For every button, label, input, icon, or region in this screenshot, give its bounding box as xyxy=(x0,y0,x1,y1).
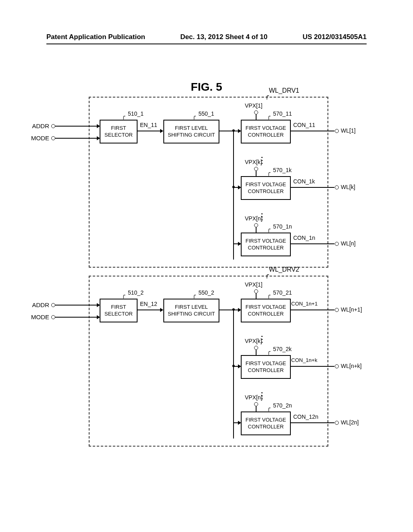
voltage-controller-1-3: FIRST VOLTAGE CONTROLLER xyxy=(241,233,291,256)
vc1-1-node-icon xyxy=(232,129,235,132)
mode-port2-icon xyxy=(51,315,55,319)
addr-line-2 xyxy=(55,305,98,305)
addr-port-icon xyxy=(51,124,55,128)
wl1-2: WL[k] xyxy=(341,184,355,190)
vpx1-1-port-icon xyxy=(254,110,258,114)
wl2-2-line xyxy=(290,366,334,367)
vpx2-3-port-icon xyxy=(254,402,258,406)
mode-line xyxy=(55,138,98,139)
wl1-1-line xyxy=(290,131,334,131)
vc2-1-node-icon xyxy=(232,308,235,311)
level1-ref: 550_1 xyxy=(198,110,214,117)
vc2-1-ref-curve-icon: ╭ xyxy=(267,292,270,298)
header-left: Patent Application Publication xyxy=(46,33,145,41)
vc1-3-ref-curve-icon: ╭ xyxy=(267,226,270,232)
header-right: US 2012/0314505A1 xyxy=(302,33,367,41)
vpx2-3-line xyxy=(256,406,257,411)
con2-2: CON_1n+k xyxy=(291,357,317,363)
wl-drv2-block: ╭ WL_DRV2 ADDR MODE ╭ 510_2 FIRST SELECT… xyxy=(89,276,328,447)
vpx2-1: VPX[1] xyxy=(245,281,263,288)
selector2-ref: 510_2 xyxy=(128,289,144,296)
first-selector-2: FIRST SELECTOR xyxy=(100,299,138,322)
wl2-3-port-icon xyxy=(335,421,339,425)
vc1-2-node-icon xyxy=(232,186,235,188)
en2-arrow-icon xyxy=(160,308,163,312)
vpx2-2-line xyxy=(256,350,257,355)
wl2-3: WL[2n] xyxy=(341,419,359,426)
wl1-1-port-icon xyxy=(335,129,339,133)
wl2-3-line xyxy=(290,422,334,423)
vc2-3-ref: 570_2n xyxy=(273,402,292,409)
vpx1-2: VPX[k] xyxy=(245,159,262,165)
en1-arrow-icon xyxy=(160,129,163,133)
wl1-3-line xyxy=(290,243,334,244)
con2-3: CON_12n xyxy=(293,414,318,420)
mode-label-2: MODE xyxy=(21,314,49,320)
vc1-1-ref-curve-icon: ╭ xyxy=(267,113,270,119)
voltage-controller-2-3: FIRST VOLTAGE CONTROLLER xyxy=(241,411,291,435)
patent-header: Patent Application Publication Dec. 13, … xyxy=(0,33,413,41)
con1-1: CON_11 xyxy=(293,122,315,128)
addr-port2-icon xyxy=(51,303,55,307)
vpx2-2-port-icon xyxy=(254,346,258,350)
en2-line xyxy=(137,310,161,310)
bus2-line-v xyxy=(233,310,234,438)
vpx1-1: VPX[1] xyxy=(245,102,263,109)
level2-ref: 550_2 xyxy=(198,289,214,296)
wl2-1: WL[n+1] xyxy=(341,306,362,313)
vpx2-1-line xyxy=(256,293,257,299)
vc2-2-ref-curve-icon: ╭ xyxy=(267,348,270,355)
addr-label-2: ADDR xyxy=(21,301,49,308)
selector1-ref-curve-icon: ╭ xyxy=(122,113,125,119)
level2-ref-curve-icon: ╭ xyxy=(192,292,196,298)
voltage-controller-1-1: FIRST VOLTAGE CONTROLLER xyxy=(241,120,291,143)
wl2-1-port-icon xyxy=(335,308,339,312)
wl1-2-port-icon xyxy=(335,185,339,189)
addr-label: ADDR xyxy=(21,123,49,129)
header-divider xyxy=(46,44,367,44)
vc1-2-ref: 570_1k xyxy=(273,167,292,173)
vc2-2-node-icon xyxy=(232,365,235,367)
vc2-2-ref: 570_2k xyxy=(273,346,292,352)
wl1-3-port-icon xyxy=(335,242,339,246)
drv1-label: WL_DRV1 xyxy=(269,87,299,94)
header-center: Dec. 13, 2012 Sheet 4 of 10 xyxy=(180,33,267,41)
drv2-curve-icon: ╭ xyxy=(265,271,269,278)
figure-title: FIG. 5 xyxy=(0,81,413,94)
addr-line xyxy=(55,126,98,127)
diagram-container: ╭ WL_DRV1 ADDR MODE ╭ 510_1 FIRST SELECT… xyxy=(52,97,359,455)
con1-3: CON_1n xyxy=(293,235,315,241)
level1-ref-curve-icon: ╭ xyxy=(192,113,196,119)
vpx1-1-line xyxy=(256,114,257,120)
vpx1-2-port-icon xyxy=(254,167,258,171)
wl2-2-port-icon xyxy=(335,364,339,368)
en1-line xyxy=(137,131,161,131)
first-selector-1: FIRST SELECTOR xyxy=(100,120,138,143)
bus1-line-h xyxy=(219,131,234,131)
vpx1-3-line xyxy=(256,227,257,233)
mode-label: MODE xyxy=(21,135,49,141)
vc1-3-ref: 570_1n xyxy=(273,223,292,230)
voltage-controller-1-2: FIRST VOLTAGE CONTROLLER xyxy=(241,176,291,200)
first-level-shifter-2: FIRST LEVEL SHIFTING CIRCUIT xyxy=(163,299,219,322)
first-level-shifter-1: FIRST LEVEL SHIFTING CIRCUIT xyxy=(163,120,219,143)
bus1-line-v xyxy=(233,131,234,260)
con2-1: CON_1n+1 xyxy=(291,301,317,307)
wl2-2: WL[n+k] xyxy=(341,363,362,369)
wl1-1: WL[1] xyxy=(341,127,356,134)
vc1-1-ref: 570_11 xyxy=(273,110,292,117)
mode-port-icon xyxy=(51,136,55,140)
bus2-line-h xyxy=(219,310,234,310)
vpx1-3-port-icon xyxy=(254,223,258,227)
selector2-ref-curve-icon: ╭ xyxy=(122,292,125,298)
wl1-3: WL[n] xyxy=(341,240,356,247)
con1-2: CON_1k xyxy=(293,178,315,185)
wl2-1-line xyxy=(290,310,334,310)
en1-label: EN_11 xyxy=(140,122,157,128)
wl1-2-line xyxy=(290,187,334,188)
drv1-curve-icon: ╭ xyxy=(265,92,269,100)
voltage-controller-2-1: FIRST VOLTAGE CONTROLLER xyxy=(241,299,291,322)
wl-drv1-block: ╭ WL_DRV1 ADDR MODE ╭ 510_1 FIRST SELECT… xyxy=(89,97,328,268)
vpx2-3: VPX[n] xyxy=(245,394,263,401)
en2-label: EN_12 xyxy=(140,301,157,307)
